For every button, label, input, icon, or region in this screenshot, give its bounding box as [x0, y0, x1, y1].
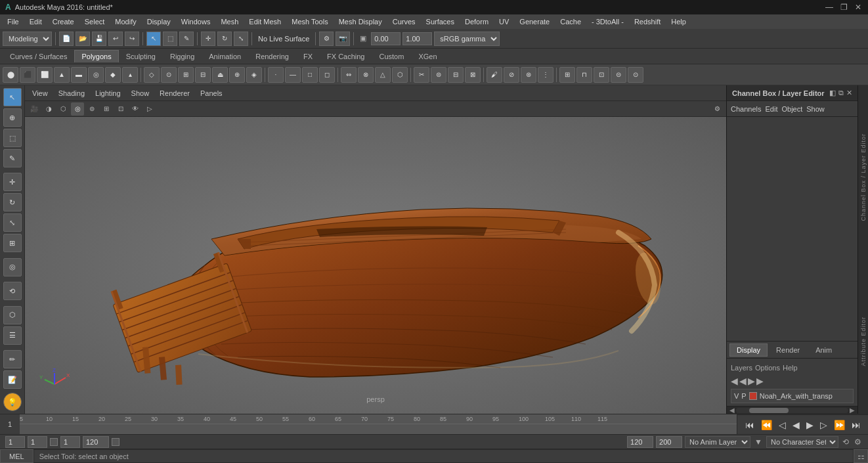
- tab-anim[interactable]: Anim: [808, 343, 839, 357]
- combine-icon-btn[interactable]: ⊞: [178, 67, 194, 83]
- select-tool-button[interactable]: ↖: [146, 32, 161, 46]
- menu-modify[interactable]: Modify: [110, 16, 141, 27]
- vp-shading-icon[interactable]: ◑: [42, 102, 55, 116]
- 3d-viewport-canvas[interactable]: persp X Y Z: [25, 117, 726, 414]
- select-uv-btn[interactable]: ◻: [319, 67, 335, 83]
- anim-layer-btn[interactable]: ▼: [753, 437, 764, 447]
- menu-display[interactable]: Display: [142, 16, 175, 27]
- current-frame-field[interactable]: [28, 436, 47, 448]
- channel-box-dock-icon[interactable]: ◧: [829, 89, 836, 97]
- move-tool-button[interactable]: ✛: [201, 32, 215, 46]
- menu-mesh-display[interactable]: Mesh Display: [334, 16, 387, 27]
- lasso-tool-lt[interactable]: ⬚: [3, 129, 22, 147]
- menu-help[interactable]: Help: [666, 16, 691, 27]
- save-file-button[interactable]: 💾: [92, 32, 106, 46]
- menu-create[interactable]: Create: [48, 16, 79, 27]
- channel-box-close-icon[interactable]: ✕: [846, 89, 852, 97]
- minimize-button[interactable]: —: [825, 3, 834, 12]
- paint-tool-lt[interactable]: ✎: [3, 149, 22, 167]
- vp-menu-lighting[interactable]: Lighting: [92, 88, 124, 99]
- vp-settings-icon[interactable]: ⚙: [710, 102, 724, 116]
- frame-3-field[interactable]: [60, 436, 80, 448]
- gamma-selector[interactable]: sRGB gamma: [434, 32, 500, 46]
- close-button[interactable]: ✕: [854, 3, 863, 12]
- vp-menu-panels[interactable]: Panels: [197, 88, 226, 99]
- go-to-end-button[interactable]: ⏭: [849, 418, 863, 431]
- menu-3dtool[interactable]: - 3DtoAll -: [587, 16, 628, 27]
- smooth-icon-btn[interactable]: ⊙: [161, 67, 177, 83]
- scroll-thumb[interactable]: [749, 408, 789, 413]
- quadrangulate-btn[interactable]: ⬡: [392, 67, 408, 83]
- multicut-btn[interactable]: ✂: [414, 67, 429, 83]
- step-forward-button[interactable]: ⏩: [831, 418, 848, 431]
- tab-fx[interactable]: FX: [296, 50, 320, 62]
- vp-hud-icon[interactable]: ⊡: [114, 102, 127, 116]
- bridge-icon-btn[interactable]: ⊕: [229, 67, 245, 83]
- tab-rigging[interactable]: Rigging: [163, 50, 202, 62]
- soft-mod-lt[interactable]: ◎: [3, 258, 22, 276]
- select-edge-btn[interactable]: —: [285, 67, 301, 83]
- scroll-left-arrow[interactable]: ◀: [728, 407, 736, 414]
- snap-vert-btn[interactable]: ⊡: [594, 67, 609, 83]
- viewport[interactable]: View Shading Lighting Show Renderer Pane…: [25, 85, 726, 414]
- script-editor-icon[interactable]: ⚏: [854, 449, 868, 463]
- select-face-btn[interactable]: □: [302, 67, 318, 83]
- field-gamma-1[interactable]: [371, 32, 401, 45]
- snap-surface-btn[interactable]: ⊝: [611, 67, 626, 83]
- anim-layer-select[interactable]: No Anim Layer: [685, 436, 750, 448]
- move-tool-lt[interactable]: ✛: [3, 173, 22, 191]
- scroll-right-arrow[interactable]: ▶: [848, 407, 856, 414]
- redo-button[interactable]: ↪: [125, 32, 139, 46]
- layer-row[interactable]: V P Noah_Ark_with_transp: [731, 389, 854, 403]
- layer-arrow-1[interactable]: ◀: [731, 376, 738, 386]
- menu-surfaces[interactable]: Surfaces: [422, 16, 459, 27]
- vp-camera-icon[interactable]: 🎥: [28, 102, 41, 116]
- layer-arrow-2[interactable]: ◀: [739, 376, 747, 386]
- vp-grid-icon[interactable]: ⊞: [100, 102, 113, 116]
- scene-lights-lt[interactable]: 💡: [3, 393, 22, 411]
- torus-icon-btn[interactable]: ◎: [88, 67, 104, 83]
- frame-start-field[interactable]: [5, 436, 25, 448]
- sphere-icon-btn[interactable]: ⬤: [3, 67, 18, 83]
- vp-menu-shading[interactable]: Shading: [55, 88, 88, 99]
- menu-deform[interactable]: Deform: [460, 16, 493, 27]
- vp-show-hide-icon[interactable]: 👁: [129, 102, 142, 116]
- play-back-button[interactable]: ◀: [790, 418, 802, 431]
- open-file-button[interactable]: 📂: [76, 32, 90, 46]
- show-label[interactable]: Show: [806, 105, 825, 113]
- lattice-btn[interactable]: ⋮: [538, 67, 553, 83]
- layers-label[interactable]: Layers: [731, 364, 752, 372]
- menu-cache[interactable]: Cache: [555, 16, 586, 27]
- tab-custom[interactable]: Custom: [372, 50, 412, 62]
- step-back-button[interactable]: ⏪: [758, 418, 775, 431]
- paint-sel-button[interactable]: ✎: [179, 32, 194, 46]
- vp-menu-renderer[interactable]: Renderer: [156, 88, 193, 99]
- rotate-tool-lt[interactable]: ↻: [3, 193, 22, 211]
- select-tool-lt[interactable]: ↖: [3, 88, 22, 106]
- vp-wireframe-icon[interactable]: ⬡: [56, 102, 70, 116]
- offset-edgeloop-btn[interactable]: ⊠: [465, 67, 481, 83]
- vp-menu-show[interactable]: Show: [128, 88, 153, 99]
- menu-select[interactable]: Select: [80, 16, 110, 27]
- triangulate-btn[interactable]: △: [375, 67, 391, 83]
- pyramid-icon-btn[interactable]: ▴: [122, 67, 138, 83]
- menu-windows[interactable]: Windows: [177, 16, 215, 27]
- grease-pencil-lt[interactable]: ✏: [3, 350, 22, 368]
- scale-tool-button[interactable]: ⤡: [234, 32, 248, 46]
- bevel-icon-btn[interactable]: ◈: [246, 67, 262, 83]
- render-options-button[interactable]: ⚙: [319, 32, 334, 46]
- transform-tool-lt[interactable]: ⊕: [3, 108, 22, 127]
- prism-icon-btn[interactable]: ◆: [105, 67, 121, 83]
- tab-display[interactable]: Display: [729, 343, 768, 357]
- vp-render-icon[interactable]: ▷: [143, 102, 156, 116]
- lasso-tool-button[interactable]: ⬚: [163, 32, 177, 46]
- snap-curve-btn[interactable]: ⊓: [576, 67, 592, 83]
- scroll-track[interactable]: [736, 408, 848, 413]
- snap-grid-btn[interactable]: ⊞: [559, 67, 575, 83]
- snap-live-btn[interactable]: ⊙: [628, 67, 643, 83]
- tab-sculpting[interactable]: Sculpting: [119, 50, 163, 62]
- workspace-selector[interactable]: Modeling: [3, 32, 52, 46]
- vp-menu-view[interactable]: View: [29, 88, 51, 99]
- playback-200-field[interactable]: [656, 436, 682, 448]
- menu-uv[interactable]: UV: [494, 16, 513, 27]
